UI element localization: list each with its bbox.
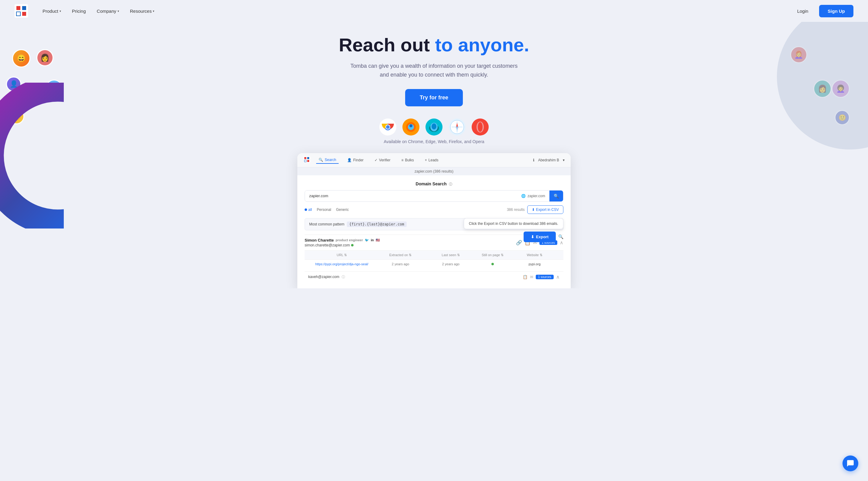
nav-links: Product ▾ Pricing Company ▾ Resources ▾ [38,6,793,16]
svg-point-18 [432,123,436,129]
svg-rect-29 [304,157,306,159]
export-csv-button[interactable]: ⬇ Export in CSV [527,205,563,214]
hero-subtitle: Tomba can give you a wealth of informati… [346,62,522,79]
svg-rect-31 [307,160,309,162]
chevron-down-icon: ▾ [153,9,154,13]
results-row: 386 results ⬇ Export in CSV [507,205,563,214]
app-nav-finder[interactable]: 👤 Finder [345,157,366,163]
app-nav-bulks[interactable]: ≡ Bulks [399,157,416,163]
hero: Reach out to anyone. Tomba can give you … [18,22,850,288]
app-nav-search[interactable]: 🔍 Search [316,156,339,164]
browser-icons [24,119,844,136]
col-url: URL ⇅ [308,253,375,257]
app-topbar-right: ℹ Abedrahim B ▾ [533,158,565,162]
person-icon: 👤 [347,158,352,162]
search-button[interactable]: 🔍 [550,190,563,202]
filter-generic[interactable]: Generic [336,208,349,212]
download-icon: ⬇ [532,208,535,212]
hero-title-highlight: to anyone. [435,34,529,55]
tooltip-export-section: Click the Export in CSV button to downlo… [464,218,563,242]
filter-tabs: all Personal Generic [305,208,349,212]
app-nav-leads[interactable]: + Leads [423,157,441,163]
chevron-down-icon: ▾ [60,9,61,13]
pattern-code: {first}.{last}@zapier.com [347,221,407,227]
app-logo [303,156,310,164]
app-topbar: 🔍 Search 👤 Finder ✓ Verifier ≡ [297,153,571,168]
search-small-icon[interactable]: 🔍 [558,234,563,239]
twitter-icon: 🐦 [365,238,369,242]
export-action-button[interactable]: ⬇ Export [524,232,556,242]
expand-icon[interactable]: ∧ [556,274,560,280]
filter-all[interactable]: all [305,208,312,212]
svg-point-14 [409,124,412,127]
table-lastseen: 2 years ago [426,262,476,266]
filter-personal[interactable]: Personal [317,208,331,212]
person2-email: kaveh@zapier.com [308,275,339,279]
search-row: 🌐 zapier.com 🔍 [305,190,563,202]
svg-rect-3 [22,12,26,16]
svg-rect-1 [17,6,20,10]
browser-label: Available on Chrome, Edge, Web, Firefox,… [24,139,844,144]
domain-bar: zapier.com (386 results) [297,168,571,175]
svg-rect-30 [307,157,309,159]
try-for-free-button[interactable]: Try for free [405,89,463,107]
mail-icon[interactable]: ✉ [530,275,533,279]
nav-item-pricing[interactable]: Pricing [67,6,91,16]
sources-badge-2: 1 sources [536,275,554,279]
logo[interactable] [14,4,28,18]
filter-row: all Personal Generic 386 results ⬇ Expor… [305,205,563,214]
col-stilon: Still on page ⇅ [476,253,509,257]
info-icon: ⓘ [449,182,452,186]
chevron-down-icon: ▾ [118,9,119,13]
app-screenshot: 🔍 Search 👤 Finder ✓ Verifier ≡ [297,153,571,288]
download-icon: ⬇ [531,235,534,239]
opera-icon [472,119,489,136]
svg-point-27 [478,122,483,132]
tooltip-box: Click the Export in CSV button to downlo… [464,218,563,229]
navbar: Product ▾ Pricing Company ▾ Resources ▾ … [0,0,868,22]
signup-button[interactable]: Sign Up [819,5,854,17]
pattern-section: Most common pattern {first}.{last}@zapie… [305,218,563,230]
linkedin-icon: in [371,238,374,242]
green-dot [491,263,494,265]
flag-icon: 🇺🇸 [376,238,380,242]
chrome-icon [379,119,396,136]
plus-icon: + [425,158,427,162]
nav-item-product[interactable]: Product ▾ [38,6,66,16]
hero-section: 😄 👤 👩 👨 😊 👩‍🦰 👩 👩‍🦱 [0,22,868,288]
nav-actions: Login Sign Up [793,5,854,17]
info-small-icon: ⓘ [342,275,345,279]
svg-rect-2 [22,6,26,10]
table-website[interactable]: pypi.org [509,262,560,266]
firefox-icon [402,119,420,136]
table-header: URL ⇅ Extracted on ⇅ Last seen ⇅ Still o… [305,251,563,260]
person-row-2: kaveh@zapier.com ⓘ 📋 ✉ 1 sources ∧ [305,271,563,282]
app-nav-verifier[interactable]: ✓ Verifier [372,157,393,163]
domain-search-input[interactable] [305,190,517,201]
table-row: https://pypi.org/project/dja-ngo-seal/ 2… [305,260,563,268]
col-website: Website ⇅ [509,253,560,257]
check-icon: ✓ [374,158,377,162]
hero-title: Reach out to anyone. [24,34,844,56]
table-stilon [476,262,509,266]
app-content: Domain Search ⓘ 🌐 zapier.com 🔍 [297,175,571,288]
domain-badge: 🌐 zapier.com [517,194,550,198]
person-email: simon.charette@zapier.com [305,243,380,247]
col-lastseen: Last seen ⇅ [426,253,476,257]
login-button[interactable]: Login [793,6,813,16]
table-url[interactable]: https://pypi.org/project/dja-ngo-seal/ [308,262,375,266]
domain-search-title: Domain Search ⓘ [305,181,563,186]
user-label[interactable]: Abedrahim B [538,158,559,162]
list-icon: ≡ [401,158,403,162]
table-extracted: 2 years ago [375,262,426,266]
results-count: 386 results [507,208,525,212]
edge-icon [426,119,442,136]
nav-item-company[interactable]: Company ▾ [92,6,124,16]
copy-icon[interactable]: 📋 [523,275,528,279]
col-extracted: Extracted on ⇅ [375,253,426,257]
nav-item-resources[interactable]: Resources ▾ [125,6,159,16]
app-nav: 🔍 Search 👤 Finder ✓ Verifier ≡ [316,156,441,164]
chevron-down-icon: ▾ [563,158,565,162]
globe-icon: 🌐 [521,194,526,198]
help-icon[interactable]: ℹ [533,158,534,162]
